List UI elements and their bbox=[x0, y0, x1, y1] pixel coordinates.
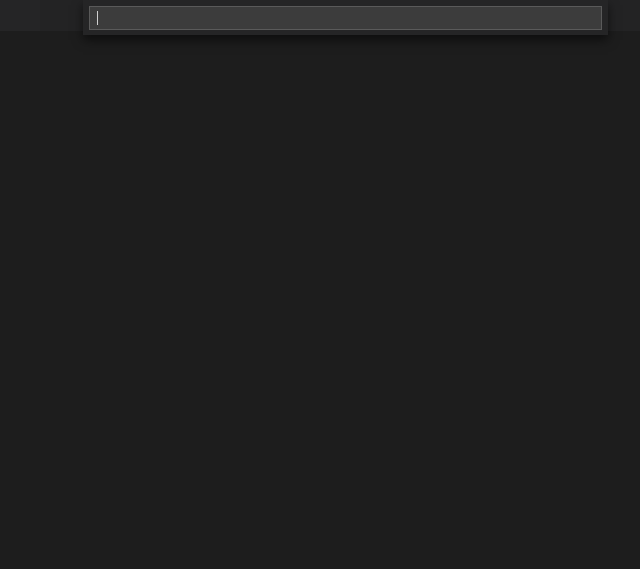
quick-open-panel bbox=[83, 0, 608, 35]
vscode-window bbox=[0, 0, 640, 569]
text-caret bbox=[97, 11, 98, 25]
quick-open-result-list bbox=[83, 34, 608, 35]
quickopen-input[interactable] bbox=[89, 6, 602, 30]
tab-main-cpp[interactable] bbox=[0, 0, 40, 31]
quick-open-input-wrap bbox=[83, 0, 608, 34]
